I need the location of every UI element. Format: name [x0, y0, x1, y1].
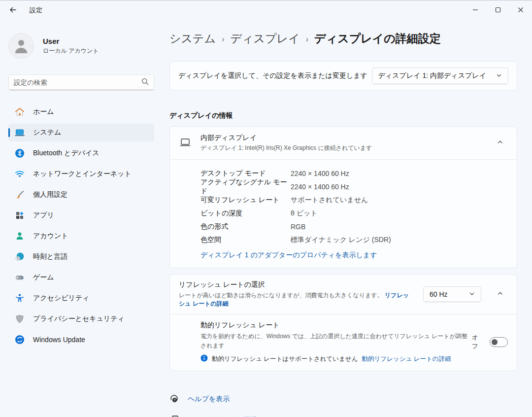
- network-icon: [14, 169, 25, 179]
- breadcrumb-separator: ›: [222, 34, 224, 44]
- get-help-label: ヘルプを表示: [188, 395, 230, 404]
- user-name: User: [43, 37, 99, 45]
- refresh-rate-collapse-button[interactable]: [492, 286, 508, 302]
- sidebar-item-label: ホーム: [33, 107, 54, 116]
- dynamic-refresh-rate-link[interactable]: 動的リフレッシュ レートの詳細: [362, 355, 451, 363]
- breadcrumb-separator: ›: [306, 34, 308, 44]
- sidebar-item-label: アクセシビリティ: [33, 294, 90, 303]
- sidebar-item-label: 個人用設定: [33, 190, 67, 199]
- refresh-rate-description: レートが高いほど動きは滑らかになりますが、消費電力も大きくなります。: [179, 292, 383, 299]
- main-content: システム › ディスプレイ › ディスプレイの詳細設定 ディスプレイを選択して、…: [163, 20, 532, 417]
- info-label: 色空間: [200, 236, 291, 244]
- display-info-collapse-button[interactable]: [492, 135, 508, 151]
- toggle-state-label: オフ: [472, 333, 484, 351]
- breadcrumb-system[interactable]: システム: [169, 31, 216, 46]
- minimize-button[interactable]: [464, 0, 487, 20]
- sidebar-item-accessibility[interactable]: アクセシビリティ: [8, 289, 154, 307]
- info-row-color-space: 色空間 標準ダイナミック レンジ (SDR): [200, 233, 508, 246]
- display-info-card: 内部ディスプレイ ディスプレイ 1: Intel(R) Iris(R) Xe G…: [169, 126, 517, 268]
- toggle-knob: [492, 339, 498, 345]
- sidebar-item-privacy-security[interactable]: プライバシーとセキュリティ: [8, 310, 154, 328]
- svg-text:?: ?: [174, 398, 176, 402]
- app-title: 設定: [30, 6, 42, 15]
- display-info-title: 内部ディスプレイ: [200, 134, 372, 142]
- sidebar-item-system[interactable]: システム: [8, 124, 154, 141]
- info-value: 標準ダイナミック レンジ (SDR): [291, 236, 391, 244]
- dynamic-refresh-rate-description: 電力を節約するために、Windows では、上記の選択した速度に合わせてリフレッ…: [200, 332, 472, 350]
- user-account-type: ローカル アカウント: [43, 47, 99, 55]
- sidebar-item-home[interactable]: ホーム: [8, 103, 154, 121]
- page-title: ディスプレイの詳細設定: [314, 31, 441, 46]
- info-icon: [200, 354, 208, 363]
- apps-icon: [14, 210, 25, 221]
- display-info-header[interactable]: 内部ディスプレイ ディスプレイ 1: Intel(R) Iris(R) Xe G…: [170, 127, 517, 159]
- dynamic-refresh-rate-status: 動的リフレッシュ レートはサポートされていません: [212, 355, 358, 363]
- sidebar-item-time-language[interactable]: 時刻と言語: [8, 248, 154, 266]
- chevron-down-icon: [496, 72, 502, 80]
- dynamic-refresh-rate-row: 動的リフレッシュ レート 電力を節約するために、Windows では、上記の選択…: [170, 314, 517, 371]
- display-adapter-properties-link[interactable]: ディスプレイ 1 のアダプターのプロパティを表示します: [200, 251, 377, 260]
- display-select-dropdown[interactable]: ディスプレイ 1: 内部ディスプレイ: [372, 68, 508, 84]
- refresh-rate-card: リフレッシュ レートの選択 レートが高いほど動きは滑らかになりますが、消費電力も…: [169, 274, 517, 371]
- refresh-rate-value: 60 Hz: [430, 290, 448, 298]
- chevron-down-icon: [469, 290, 475, 298]
- sidebar-item-label: システム: [33, 128, 61, 137]
- sidebar-item-label: アプリ: [33, 211, 54, 220]
- get-help-link[interactable]: ? ヘルプを表示: [169, 394, 230, 405]
- avatar: [8, 33, 34, 59]
- chevron-up-icon: [497, 290, 503, 298]
- sidebar-item-label: Windows Update: [33, 336, 85, 344]
- accounts-icon: [14, 231, 25, 242]
- help-icon: ?: [169, 394, 179, 405]
- chevron-up-icon: [497, 139, 503, 147]
- send-feedback-link[interactable]: フィードバックの送信: [169, 415, 258, 417]
- info-value: 2240 × 1400 60 Hz: [291, 183, 349, 191]
- display-icon: [179, 136, 192, 150]
- gaming-icon: [14, 272, 25, 283]
- search-input[interactable]: [14, 79, 141, 86]
- dynamic-refresh-rate-toggle[interactable]: [490, 337, 508, 347]
- display-select-label: ディスプレイを選択して、その設定を表示または変更します: [178, 71, 372, 80]
- display-info-details: デスクトップ モード 2240 × 1400 60 Hz アクティブなシグナル …: [170, 160, 517, 268]
- sidebar-item-gaming[interactable]: ゲーム: [8, 269, 154, 286]
- back-button[interactable]: [3, 2, 23, 19]
- refresh-rate-title: リフレッシュ レートの選択: [179, 280, 411, 289]
- sidebar-item-apps[interactable]: アプリ: [8, 207, 154, 224]
- dynamic-refresh-rate-title: 動的リフレッシュ レート: [200, 321, 472, 330]
- info-label: 色の形式: [200, 222, 291, 231]
- display-info-section-title: ディスプレイの情報: [169, 111, 517, 120]
- privacy-icon: [14, 313, 25, 324]
- minimize-icon: [472, 6, 478, 14]
- sidebar-item-label: Bluetooth とデバイス: [33, 149, 100, 158]
- info-value: RGB: [291, 223, 305, 231]
- sidebar-item-label: 時刻と言語: [33, 252, 67, 261]
- feedback-icon: [169, 415, 179, 417]
- maximize-icon: [495, 6, 501, 14]
- maximize-button[interactable]: [487, 0, 509, 20]
- sidebar-item-label: ゲーム: [33, 273, 54, 282]
- sidebar-item-label: ネットワークとインターネット: [33, 170, 132, 178]
- bluetooth-icon: [14, 148, 25, 159]
- sidebar-item-windows-update[interactable]: Windows Update: [8, 331, 154, 348]
- display-select-value: ディスプレイ 1: 内部ディスプレイ: [378, 71, 486, 80]
- sidebar: User ローカル アカウント ホーム システム: [0, 20, 163, 417]
- close-icon: [518, 6, 524, 14]
- breadcrumb-display[interactable]: ディスプレイ: [230, 31, 299, 46]
- sidebar-item-bluetooth-devices[interactable]: Bluetooth とデバイス: [8, 144, 154, 162]
- settings-search[interactable]: [8, 74, 154, 90]
- sidebar-item-accounts[interactable]: アカウント: [8, 227, 154, 245]
- refresh-rate-dropdown[interactable]: 60 Hz: [423, 286, 481, 302]
- search-icon: [141, 78, 149, 87]
- time-language-icon: [14, 251, 25, 262]
- info-label: デスクトップ モード: [200, 169, 291, 178]
- user-account-block[interactable]: User ローカル アカウント: [8, 33, 154, 59]
- sidebar-item-personalization[interactable]: 個人用設定: [8, 186, 154, 204]
- back-arrow-icon: [9, 6, 17, 15]
- info-value: 8 ビット: [291, 209, 318, 218]
- titlebar: 設定: [0, 0, 532, 20]
- close-button[interactable]: [509, 0, 532, 20]
- info-row-color-format: 色の形式 RGB: [200, 220, 508, 233]
- system-icon: [14, 127, 25, 138]
- sidebar-item-network-internet[interactable]: ネットワークとインターネット: [8, 165, 154, 183]
- footer-links: ? ヘルプを表示 フィードバックの送信: [169, 394, 517, 417]
